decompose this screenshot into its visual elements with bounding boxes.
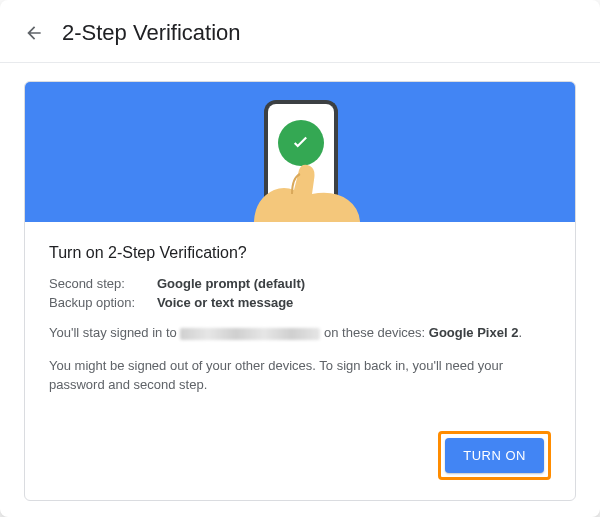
turn-on-button[interactable]: TURN ON <box>445 438 544 473</box>
phone-illustration <box>220 82 380 222</box>
card-body: Turn on 2-Step Verification? Second step… <box>25 222 575 500</box>
signed-in-suffix: on these devices: <box>324 325 429 340</box>
card-actions: TURN ON <box>49 431 551 480</box>
page-container: 2-Step Verification Turn on 2-Step Verif… <box>0 0 600 517</box>
page-header: 2-Step Verification <box>0 0 600 63</box>
second-step-row: Second step: Google prompt (default) <box>49 276 551 291</box>
back-arrow-icon[interactable] <box>24 23 44 43</box>
second-step-value: Google prompt (default) <box>157 276 305 291</box>
backup-option-label: Backup option: <box>49 295 157 310</box>
backup-option-value: Voice or text message <box>157 295 293 310</box>
verification-card: Turn on 2-Step Verification? Second step… <box>24 81 576 501</box>
redacted-email <box>180 328 320 340</box>
signed-in-end: . <box>518 325 522 340</box>
signout-warning: You might be signed out of your other de… <box>49 357 551 395</box>
page-title: 2-Step Verification <box>62 20 241 46</box>
second-step-label: Second step: <box>49 276 157 291</box>
signed-in-prefix: You'll stay signed in to <box>49 325 180 340</box>
backup-option-row: Backup option: Voice or text message <box>49 295 551 310</box>
hero-illustration <box>25 82 575 222</box>
signed-in-device: Google Pixel 2 <box>429 325 519 340</box>
signed-in-text: You'll stay signed in to on these device… <box>49 324 551 343</box>
hand-icon <box>244 160 364 222</box>
turn-on-highlight: TURN ON <box>438 431 551 480</box>
card-heading: Turn on 2-Step Verification? <box>49 244 551 262</box>
